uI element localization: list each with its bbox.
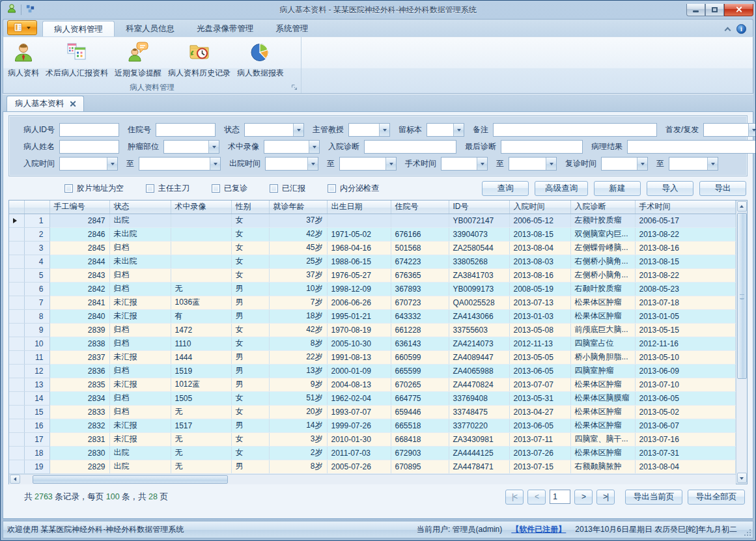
grid-cell[interactable]: ZA4065988 (449, 364, 509, 378)
filter-combobox[interactable] (59, 157, 118, 171)
filter-input[interactable] (156, 123, 216, 137)
table-row[interactable]: 82840未汇报有男18岁1995-01-21643332ZA414306620… (9, 309, 736, 323)
grid-cell[interactable]: 桥小脑角胆脂... (570, 350, 635, 364)
grid-cell[interactable]: 2005-07-26 (327, 460, 391, 473)
table-row[interactable]: 62842归档无男10岁1998-12-09367893YB0099173200… (9, 282, 736, 296)
grid-cell[interactable]: 2845 (49, 241, 109, 255)
grid-cell[interactable]: 2013-07-26 (509, 446, 570, 460)
grid-cell[interactable]: 2013-07-16 (635, 432, 736, 446)
column-header[interactable]: 出生日期 (327, 201, 391, 214)
grid-cell[interactable]: ZA4214073 (449, 337, 509, 350)
grid-cell[interactable]: 1988-06-15 (327, 255, 391, 268)
grid-cell[interactable]: 2834 (49, 391, 109, 405)
scroll-left-icon[interactable] (10, 475, 20, 484)
grid-cell[interactable]: 2013-06-07 (635, 419, 736, 432)
combo-dropdown-button[interactable] (707, 158, 718, 170)
column-header[interactable]: 住院号 (391, 201, 449, 214)
action-button-2[interactable]: 高级查询 (535, 181, 588, 196)
combo-dropdown-button[interactable] (637, 158, 647, 170)
grid-cell[interactable]: 1444 (171, 350, 231, 364)
ribbon-button-patient[interactable]: 病人资料 (5, 39, 42, 81)
grid-cell[interactable]: 女 (231, 323, 269, 337)
filter-input[interactable] (627, 140, 756, 154)
grid-cell[interactable]: 前颅底巨大脑... (570, 323, 635, 337)
grid-cell[interactable]: 1036蓝 (171, 296, 231, 309)
grid-cell[interactable] (171, 214, 231, 227)
grid-cell[interactable] (171, 268, 231, 282)
grid-cell[interactable]: 未出院 (109, 227, 171, 241)
grid-cell[interactable]: 660599 (391, 350, 449, 364)
checkbox-icon[interactable] (212, 184, 220, 193)
table-row[interactable]: 152833归档无女20岁1993-07-0765944633748475201… (9, 405, 736, 419)
grid-cell[interactable]: 女 (231, 227, 269, 241)
table-row[interactable]: 122836归档1519男13岁2000-01-09665599ZA406598… (9, 364, 736, 378)
row-selector-cell[interactable] (9, 446, 24, 460)
row-selector-cell[interactable] (9, 432, 24, 446)
grid-cell[interactable]: 左侧蝶骨嵴脑... (570, 241, 635, 255)
filter-combobox[interactable] (339, 157, 397, 171)
table-row[interactable]: 32845归档女45岁1968-04-16501568ZA25805442013… (9, 241, 736, 255)
export-current-page-button[interactable]: 导出当前页 (625, 490, 682, 505)
ribbon-tab-2[interactable]: 科室人员信息 (115, 21, 186, 36)
grid-cell[interactable]: 2841 (49, 296, 109, 309)
grid-cell[interactable]: 2013-07-18 (635, 296, 736, 309)
combo-dropdown-button[interactable] (379, 124, 389, 136)
grid-cell[interactable]: 1993-07-07 (327, 405, 391, 419)
grid-cell[interactable]: 女 (231, 337, 269, 350)
grid-cell[interactable]: 2012-11-16 (635, 337, 736, 350)
table-row[interactable]: 162832未汇报1517男14岁1999-07-266655183377022… (9, 419, 736, 432)
grid-cell[interactable]: 左侧桥小脑角... (570, 268, 635, 282)
grid-cell[interactable]: 2008-05-23 (635, 282, 736, 296)
grid-cell[interactable]: 男 (231, 309, 269, 323)
grid-cell[interactable]: 2013-06-05 (509, 364, 570, 378)
filter-combobox[interactable] (264, 140, 320, 154)
table-row[interactable]: 52843归档女37岁1976-05-27676365ZA38417032013… (9, 268, 736, 282)
grid-cell[interactable]: 出院 (109, 446, 171, 460)
row-selector-cell[interactable] (9, 268, 24, 282)
filter-combobox[interactable] (601, 157, 648, 171)
last-page-button[interactable]: >| (596, 490, 615, 505)
filter-combobox[interactable] (427, 123, 464, 137)
grid-cell[interactable]: 37岁 (269, 268, 327, 282)
checkbox-内分泌检查[interactable]: 内分泌检查 (328, 183, 379, 194)
grid-cell[interactable]: 右侧桥小脑角... (570, 255, 635, 268)
grid-cell[interactable]: 有 (171, 309, 231, 323)
grid-cell[interactable]: 2840 (49, 309, 109, 323)
grid-cell[interactable] (327, 214, 391, 227)
grid-cell[interactable]: ZA2580544 (449, 241, 509, 255)
grid-cell[interactable]: 2013-07-13 (509, 296, 570, 309)
grid-cell[interactable]: 出院 (109, 460, 171, 473)
grid-cell[interactable]: 2010-01-30 (327, 432, 391, 446)
grid-cell[interactable]: 2833 (49, 405, 109, 419)
grid-cell[interactable]: QA0025528 (449, 296, 509, 309)
action-button-1[interactable]: 查询 (482, 181, 529, 196)
grid-cell[interactable]: 20岁 (269, 405, 327, 419)
grid-cell[interactable]: 2831 (49, 432, 109, 446)
grid-cell[interactable]: 1517 (171, 419, 231, 432)
ribbon-tab-3[interactable]: 光盘录像带管理 (186, 21, 265, 36)
grid-cell[interactable]: 1505 (171, 391, 231, 405)
grid-cell[interactable]: 2013-08-15 (635, 255, 736, 268)
grid-cell[interactable]: 1970-08-19 (327, 323, 391, 337)
horizontal-scrollbar[interactable] (9, 474, 736, 484)
grid-cell[interactable]: 33805268 (449, 255, 509, 268)
grid-cell[interactable]: 8岁 (269, 337, 327, 350)
checkbox-已复诊[interactable]: 已复诊 (212, 183, 247, 194)
grid-cell[interactable]: 676166 (391, 227, 449, 241)
checkbox-icon[interactable] (64, 184, 73, 193)
ribbon-tab-1[interactable]: 病人资料管理 (42, 21, 115, 36)
grid-cell[interactable]: 2013-08-22 (635, 227, 736, 241)
grid-cell[interactable]: 3岁 (269, 432, 327, 446)
grid-cell[interactable]: 2013-05-10 (635, 350, 736, 364)
grid-cell[interactable]: 2842 (49, 282, 109, 296)
grid-cell[interactable]: 出院 (109, 214, 171, 227)
combo-dropdown-button[interactable] (477, 158, 487, 170)
grid-cell[interactable]: 2847 (49, 214, 109, 227)
grid-cell[interactable]: 1995-01-21 (327, 309, 391, 323)
ribbon-button-pie-chart[interactable]: 病人数据报表 (234, 39, 287, 81)
grid-cell[interactable]: 676365 (391, 268, 449, 282)
grid-cell[interactable]: 1110 (171, 337, 231, 350)
grid-cell[interactable]: 2843 (49, 268, 109, 282)
grid-cell[interactable]: 1968-04-16 (327, 241, 391, 255)
combo-dropdown-button[interactable] (453, 124, 464, 136)
